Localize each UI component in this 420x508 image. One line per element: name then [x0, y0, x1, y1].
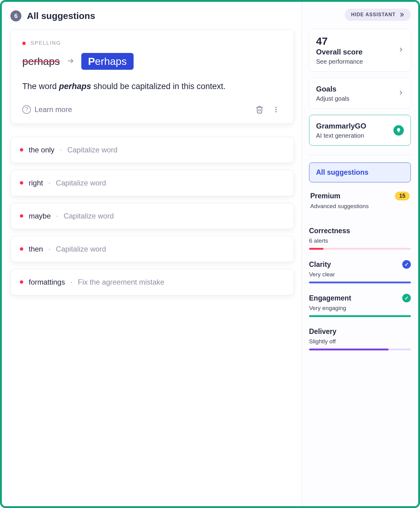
- suggestion-hint: Capitalize word: [67, 146, 117, 154]
- check-icon: ✓: [402, 294, 411, 302]
- premium-count-badge: 15: [395, 192, 410, 200]
- svg-point-3: [275, 111, 277, 112]
- suggestion-card-collapsed[interactable]: right·Capitalize word: [10, 170, 294, 196]
- category-dot-icon: [20, 214, 23, 218]
- overall-score-value: 47: [316, 35, 395, 47]
- suggestion-card-collapsed[interactable]: the only·Capitalize word: [10, 137, 294, 163]
- accept-correction-button[interactable]: Perhaps: [81, 53, 134, 70]
- metric-delivery[interactable]: DeliverySlightly off: [309, 327, 411, 350]
- suggestion-word: maybe: [29, 212, 51, 220]
- suggestion-word: the only: [29, 146, 54, 154]
- more-vertical-icon: [272, 106, 280, 113]
- separator-dot: ·: [71, 278, 72, 286]
- suggestion-hint: Capitalize word: [56, 179, 106, 187]
- metric-correctness[interactable]: Correctness6 alerts: [309, 227, 411, 250]
- metric-clarity[interactable]: Clarity✓Very clear: [309, 260, 411, 283]
- suggestion-card-expanded[interactable]: SPELLING perhaps Perhaps The word perhap…: [10, 29, 294, 124]
- chevron-right-icon: [398, 90, 404, 97]
- suggestions-header: 6 All suggestions: [10, 10, 294, 21]
- overall-score-title: Overall score: [316, 48, 395, 56]
- metric-title: Correctness: [309, 227, 350, 235]
- category-dot-icon: [20, 247, 23, 251]
- separator-dot: ·: [49, 245, 50, 253]
- suggestion-count-badge: 6: [10, 10, 21, 21]
- delete-button[interactable]: [253, 103, 266, 116]
- metric-engagement[interactable]: Engagement✓Very engaging: [309, 294, 411, 317]
- metric-bar: [309, 315, 411, 317]
- metric-sub: Slightly off: [309, 338, 411, 345]
- overall-score-sub: See performance: [316, 58, 395, 65]
- more-options-button[interactable]: [270, 103, 282, 116]
- grammarlygo-card[interactable]: GrammarlyGO AI text generation: [309, 115, 411, 146]
- premium-sub: Advanced suggestions: [310, 203, 410, 210]
- premium-card[interactable]: Premium 15 Advanced suggestions: [309, 189, 411, 216]
- filter-all-suggestions[interactable]: All suggestions: [309, 162, 411, 182]
- arrow-right-icon: [67, 57, 75, 66]
- grammarlygo-title: GrammarlyGO: [316, 122, 390, 130]
- svg-point-1: [275, 107, 277, 108]
- suggestion-card-collapsed[interactable]: then·Capitalize word: [10, 236, 294, 262]
- separator-dot: ·: [60, 146, 62, 154]
- trash-icon: [255, 105, 264, 114]
- svg-point-2: [275, 109, 277, 110]
- separator-dot: ·: [56, 212, 58, 220]
- category-dot-icon: [22, 42, 26, 45]
- suggestion-word: then: [29, 245, 43, 253]
- chevron-right-icon: [398, 47, 404, 54]
- metric-bar: [309, 349, 411, 350]
- metric-bar: [309, 282, 411, 283]
- category-dot-icon: [20, 181, 23, 185]
- separator-dot: ·: [49, 179, 50, 187]
- explanation-text: The word perhaps should be capitalized i…: [22, 80, 282, 93]
- suggestion-word: right: [29, 179, 43, 187]
- metric-sub: Very clear: [309, 271, 411, 278]
- goals-title: Goals: [316, 85, 395, 93]
- metric-sub: Very engaging: [309, 305, 411, 312]
- goals-card[interactable]: Goals Adjust goals: [309, 78, 411, 109]
- metric-bar: [309, 248, 411, 250]
- divider: [309, 155, 411, 155]
- learn-more-link[interactable]: ? Learn more: [22, 105, 72, 114]
- metric-sub: 6 alerts: [309, 237, 411, 244]
- suggestion-hint: Fix the agreement mistake: [78, 278, 164, 286]
- metric-title: Engagement: [309, 294, 351, 302]
- suggestion-word: formattings: [29, 278, 65, 286]
- chevron-double-right-icon: [399, 12, 405, 18]
- overall-score-card[interactable]: 47 Overall score See performance: [309, 29, 411, 72]
- category-dot-icon: [20, 280, 23, 284]
- category-label: SPELLING: [31, 40, 61, 46]
- premium-title: Premium: [310, 192, 340, 200]
- suggestion-card-collapsed[interactable]: formattings·Fix the agreement mistake: [10, 269, 294, 295]
- category-dot-icon: [20, 148, 23, 151]
- suggestions-title: All suggestions: [27, 11, 95, 21]
- suggestion-card-collapsed[interactable]: maybe·Capitalize word: [10, 203, 294, 229]
- goals-sub: Adjust goals: [316, 95, 395, 102]
- original-word: perhaps: [22, 55, 60, 67]
- metric-title: Delivery: [309, 327, 337, 336]
- hide-assistant-button[interactable]: HIDE ASSISTANT: [345, 9, 411, 21]
- metric-title: Clarity: [309, 260, 331, 269]
- lightbulb-icon: [393, 125, 404, 136]
- help-icon: ?: [22, 105, 31, 114]
- suggestion-hint: Capitalize word: [56, 245, 106, 253]
- check-icon: ✓: [402, 260, 411, 269]
- suggestion-hint: Capitalize word: [64, 212, 114, 220]
- grammarlygo-sub: AI text generation: [316, 132, 390, 139]
